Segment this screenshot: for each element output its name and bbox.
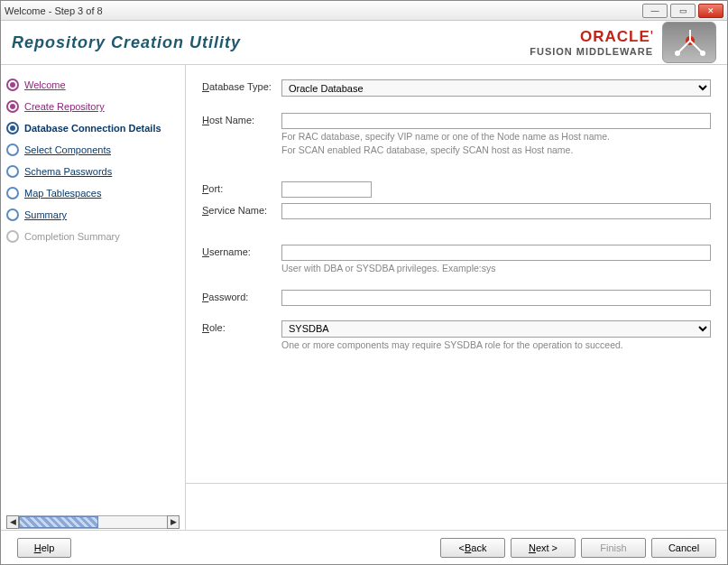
host-label: Host Name: [202, 113, 281, 125]
steps-list: WelcomeCreate RepositoryDatabase Connect… [6, 74, 180, 247]
step-1[interactable]: Create Repository [6, 96, 180, 117]
service-input[interactable] [281, 203, 711, 219]
password-label: Password: [202, 290, 281, 302]
step-bullet-icon [6, 230, 19, 243]
role-hint: One or more components may require SYSDB… [281, 338, 711, 351]
cancel-button[interactable]: Cancel [651, 538, 716, 558]
step-6[interactable]: Summary [6, 204, 180, 226]
step-label[interactable]: Database Connection Details [24, 123, 161, 134]
username-input[interactable] [281, 245, 711, 261]
db-type-label: Database Type: [202, 79, 281, 92]
brand-name: ORACLE [580, 28, 650, 45]
step-bullet-icon [6, 165, 19, 178]
brand: ORACLE' FUSION MIDDLEWARE [530, 28, 653, 57]
step-bullet-icon [6, 122, 19, 134]
header: Repository Creation Utility ORACLE' FUSI… [1, 21, 727, 64]
back-button[interactable]: < Back [440, 538, 505, 558]
step-4[interactable]: Schema Passwords [6, 161, 180, 182]
step-label[interactable]: Create Repository [24, 101, 105, 112]
step-0[interactable]: Welcome [6, 74, 180, 96]
role-select[interactable]: SYSDBA [281, 320, 711, 338]
host-input[interactable] [281, 113, 711, 129]
window-title: Welcome - Step 3 of 8 [5, 5, 640, 16]
port-label: Port: [202, 181, 281, 194]
scroll-track[interactable] [19, 515, 167, 529]
content: Database Type: Oracle Database Host Name… [185, 64, 727, 530]
close-button[interactable]: ✕ [698, 4, 723, 18]
username-hint: User with DBA or SYSDBA privileges. Exam… [281, 262, 711, 274]
finish-button[interactable]: Finish [581, 538, 646, 558]
service-label: Service Name: [202, 203, 281, 216]
password-input[interactable] [281, 290, 711, 306]
step-7: Completion Summary [6, 226, 180, 247]
step-bullet-icon [6, 100, 19, 113]
brand-subtitle: FUSION MIDDLEWARE [530, 46, 653, 57]
main: WelcomeCreate RepositoryDatabase Connect… [1, 64, 727, 530]
form: Database Type: Oracle Database Host Name… [202, 79, 711, 483]
maximize-button[interactable]: ▭ [670, 4, 696, 18]
port-input[interactable] [281, 181, 372, 198]
log-panel [186, 483, 727, 530]
step-label[interactable]: Map Tablespaces [24, 188, 101, 199]
step-label[interactable]: Welcome [24, 79, 66, 90]
role-label: Role: [202, 320, 281, 333]
scroll-thumb[interactable] [19, 516, 98, 528]
titlebar: Welcome - Step 3 of 8 — ▭ ✕ [1, 1, 727, 21]
db-type-select[interactable]: Oracle Database [281, 79, 711, 97]
step-label[interactable]: Select Components [24, 144, 111, 155]
sidebar: WelcomeCreate RepositoryDatabase Connect… [1, 64, 185, 530]
step-bullet-icon [6, 187, 19, 199]
page-title: Repository Creation Utility [12, 33, 530, 52]
next-button[interactable]: Next > [511, 538, 576, 558]
brand-icon [662, 22, 716, 63]
step-label[interactable]: Summary [24, 209, 67, 220]
minimize-button[interactable]: — [642, 4, 668, 18]
footer: Help < Back Next > Finish Cancel [1, 530, 727, 564]
step-5[interactable]: Map Tablespaces [6, 182, 180, 204]
app-window: Welcome - Step 3 of 8 — ▭ ✕ Repository C… [0, 0, 728, 565]
username-label: Username: [202, 245, 281, 257]
host-hint-1: For RAC database, specify VIP name or on… [281, 130, 711, 143]
help-button[interactable]: Help [17, 538, 71, 558]
step-label[interactable]: Schema Passwords [24, 166, 112, 177]
step-bullet-icon [6, 79, 19, 91]
step-label: Completion Summary [24, 231, 120, 242]
scroll-left-button[interactable]: ◀ [6, 515, 19, 529]
host-hint-2: For SCAN enabled RAC database, specify S… [281, 144, 711, 156]
scroll-right-button[interactable]: ▶ [167, 515, 180, 529]
sidebar-scrollbar: ◀ ▶ [6, 514, 180, 530]
step-bullet-icon [6, 144, 19, 156]
step-2[interactable]: Database Connection Details [6, 117, 180, 139]
step-bullet-icon [6, 208, 19, 221]
step-3[interactable]: Select Components [6, 139, 180, 161]
